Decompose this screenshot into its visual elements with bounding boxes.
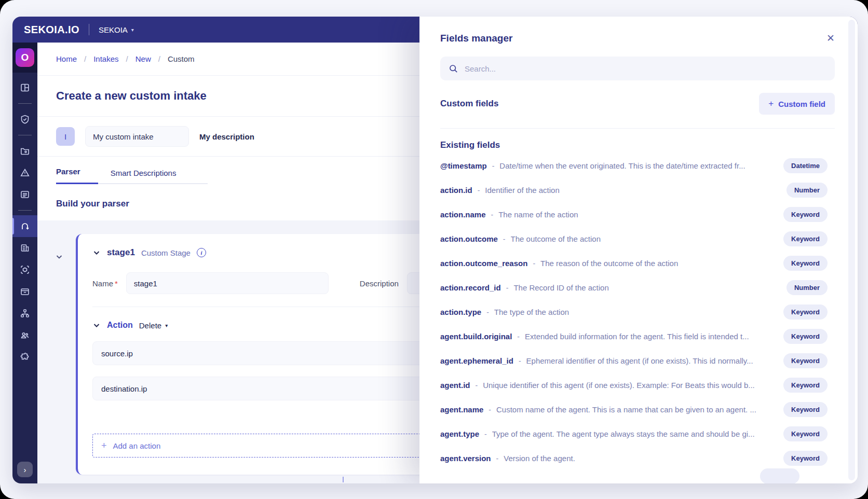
drawer-scrollbar[interactable]: [848, 20, 855, 480]
stage-type-label: Custom Stage: [141, 248, 191, 257]
sidebar-item-dashboard[interactable]: [12, 77, 37, 99]
tab-parser[interactable]: Parser: [56, 167, 98, 184]
stage-name-label: Name*: [92, 279, 118, 288]
sidebar-expand-button[interactable]: ›: [17, 462, 33, 477]
field-description: The name of the action: [498, 210, 776, 219]
field-row[interactable]: action.outcome - The outcome of the acti…: [440, 227, 843, 251]
field-dash: -: [486, 308, 489, 316]
users-icon: [20, 330, 30, 340]
required-asterisk: *: [115, 279, 118, 288]
sidebar-item-assets[interactable]: [12, 237, 37, 259]
info-icon[interactable]: i: [197, 248, 206, 257]
field-row[interactable]: action.type - The type of the action Key…: [440, 300, 843, 324]
sidebar-item-cases[interactable]: [12, 140, 37, 162]
field-name: agent.id: [440, 381, 470, 390]
field-description: Custom name of the agent. This is a name…: [496, 405, 776, 414]
field-row[interactable]: action.id - Identifier of the action Num…: [440, 178, 843, 202]
field-description: The type of the action: [494, 308, 776, 316]
screenshot-canvas: SEKOIA.IO SEKOIA ▾ O: [0, 0, 868, 499]
sidebar-item-community[interactable]: [12, 324, 37, 346]
field-name: agent.name: [440, 405, 483, 414]
plus-icon: +: [101, 440, 107, 451]
add-custom-field-button[interactable]: + Custom field: [759, 93, 835, 115]
tab-smart-descriptions[interactable]: Smart Descriptions: [111, 169, 177, 184]
search-icon: [449, 64, 458, 74]
brand-logo: SEKOIA.IO: [24, 24, 79, 36]
sidebar-item-intakes[interactable]: [12, 215, 37, 237]
action-type-dropdown[interactable]: Delete ▾: [139, 321, 168, 330]
field-row[interactable]: @timestamp - Date/time when the event or…: [440, 154, 843, 178]
field-dash: -: [503, 235, 506, 243]
field-row[interactable]: agent.ephemeral_id - Ephemeral identifie…: [440, 349, 843, 373]
alert-triangle-icon: [20, 168, 30, 178]
existing-fields-title: Existing fields: [440, 140, 843, 150]
field-search[interactable]: [440, 57, 835, 80]
sidebar-divider: [18, 135, 32, 135]
field-type-badge: Keyword: [783, 329, 828, 344]
intake-name-input[interactable]: [85, 126, 189, 147]
app-window: SEKOIA.IO SEKOIA ▾ O: [12, 17, 858, 483]
field-row[interactable]: action.outcome_reason - The reason of th…: [440, 251, 843, 275]
close-icon[interactable]: ✕: [826, 32, 835, 44]
field-row[interactable]: agent.build.original - Extended build in…: [440, 324, 843, 349]
field-description: Date/time when the event originated. Thi…: [499, 161, 776, 170]
field-row[interactable]: agent.id - Unique identifier of this age…: [440, 373, 843, 397]
field-type-badge: Keyword: [783, 207, 828, 222]
breadcrumb-intakes[interactable]: Intakes: [93, 54, 118, 63]
search-input[interactable]: [465, 64, 826, 73]
field-name: agent.version: [440, 454, 491, 463]
field-dash: -: [496, 454, 499, 463]
intake-image-badge[interactable]: I: [56, 127, 75, 146]
workspace-logo-wrap[interactable]: O: [12, 43, 37, 73]
field-row[interactable]: agent.version - Version of the agent. Ke…: [440, 446, 843, 470]
field-name: action.outcome_reason: [440, 259, 527, 268]
field-description: Identifier of the action: [485, 186, 779, 195]
field-dash: -: [476, 381, 478, 390]
organization-switcher[interactable]: SEKOIA ▾: [99, 25, 134, 34]
sidebar-item-sandbox[interactable]: [12, 259, 37, 281]
sidebar-item-archive[interactable]: [12, 281, 37, 302]
breadcrumb-home[interactable]: Home: [56, 54, 77, 63]
drawer-title: Fields manager: [440, 33, 512, 44]
field-row[interactable]: agent.name - Custom name of the agent. T…: [440, 397, 843, 422]
existing-fields-list: @timestamp - Date/time when the event or…: [440, 154, 843, 470]
field-type-badge: Number: [786, 280, 828, 295]
field-name: action.record_id: [440, 283, 501, 292]
drawer-divider: [440, 128, 835, 129]
field-description: Version of the agent.: [504, 454, 776, 463]
breadcrumb-separator: /: [158, 54, 160, 63]
stage-collapse-outer[interactable]: [55, 253, 63, 261]
archive-box-icon: [20, 286, 30, 297]
breadcrumb-new[interactable]: New: [135, 54, 151, 63]
chevron-down-icon: [92, 248, 101, 257]
organization-name: SEKOIA: [99, 25, 128, 34]
field-row[interactable]: action.record_id - The Record ID of the …: [440, 275, 843, 300]
action-collapse-toggle[interactable]: [92, 321, 101, 329]
fields-manager-drawer: Fields manager ✕ Custom fields + Custom …: [419, 17, 858, 483]
intakes-icon: [20, 221, 30, 231]
sidebar-item-sitemap[interactable]: [12, 302, 37, 324]
field-description: The Record ID of the action: [513, 283, 779, 292]
stage-name-input[interactable]: [126, 272, 329, 294]
sidebar-item-integrations[interactable]: [12, 346, 37, 368]
field-dash: -: [489, 406, 491, 414]
sidebar-item-events[interactable]: [12, 184, 37, 205]
field-name: action.id: [440, 186, 472, 195]
stage-collapse-toggle[interactable]: [92, 248, 101, 257]
add-action-label: Add an action: [113, 441, 161, 450]
breadcrumb-custom: Custom: [168, 54, 195, 63]
sidebar-item-alerts[interactable]: [12, 162, 37, 184]
field-name: action.name: [440, 210, 486, 219]
drawer-header: Fields manager ✕: [440, 32, 843, 44]
chevron-right-icon: ›: [24, 465, 26, 474]
sidebar-item-shield[interactable]: [12, 108, 37, 130]
puzzle-icon: [20, 352, 30, 362]
field-dash: -: [519, 357, 521, 365]
sitemap-icon: [20, 308, 30, 318]
workspace-logo-icon: O: [16, 48, 34, 67]
field-type-badge: Keyword: [783, 353, 828, 368]
shield-check-icon: [20, 114, 30, 124]
field-row[interactable]: action.name - The name of the action Key…: [440, 202, 843, 227]
field-row[interactable]: agent.type - Type of the agent. The agen…: [440, 422, 843, 446]
field-description: The outcome of the action: [511, 234, 777, 243]
